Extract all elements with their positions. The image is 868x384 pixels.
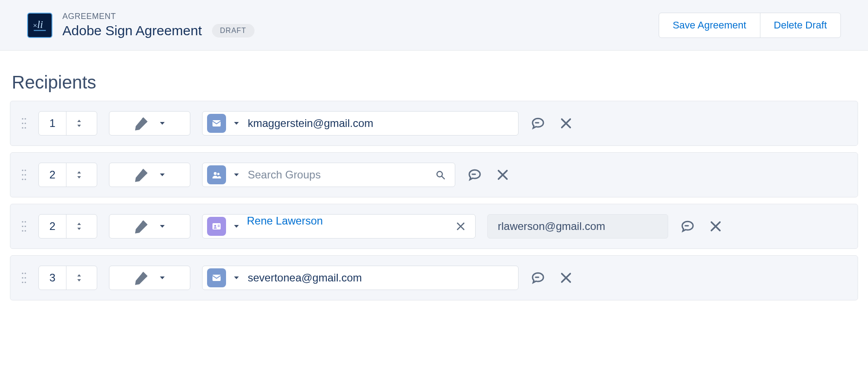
order-input[interactable] — [39, 163, 66, 187]
recipients-section-title: Recipients — [12, 72, 858, 93]
email-icon — [207, 114, 226, 133]
save-agreement-button[interactable]: Save Agreement — [659, 13, 760, 38]
recipient-row — [10, 255, 858, 300]
header-titles: AGREEMENT Adobe Sign Agreement DRAFT — [62, 12, 255, 38]
header-actions: Save Agreement Delete Draft — [659, 13, 841, 38]
order-stepper[interactable] — [38, 111, 97, 136]
row-actions — [530, 270, 574, 286]
recipient-type-caret-icon[interactable] — [232, 222, 241, 230]
contact-link[interactable]: Rene Lawerson — [247, 215, 448, 238]
header-title-row: Adobe Sign Agreement DRAFT — [62, 23, 255, 38]
recipient-combo — [202, 111, 519, 136]
status-badge: DRAFT — [212, 24, 255, 37]
recipient-row — [10, 101, 858, 146]
order-stepper[interactable] — [38, 214, 97, 239]
clear-contact-icon[interactable] — [454, 220, 467, 233]
recipient-row — [10, 152, 858, 197]
app-icon — [27, 13, 52, 38]
role-selector[interactable] — [109, 163, 190, 187]
message-icon[interactable] — [530, 270, 546, 286]
drag-handle-icon[interactable] — [21, 169, 27, 181]
message-icon[interactable] — [467, 167, 482, 183]
remove-recipient-icon[interactable] — [558, 116, 574, 131]
remove-recipient-icon[interactable] — [558, 270, 574, 286]
remove-recipient-icon[interactable] — [708, 219, 723, 234]
header-eyebrow: AGREEMENT — [62, 12, 255, 21]
caret-down-icon — [158, 222, 166, 230]
drag-handle-icon[interactable] — [21, 220, 27, 233]
stepper-icon[interactable] — [66, 112, 91, 135]
page-header-left: AGREEMENT Adobe Sign Agreement DRAFT — [27, 12, 255, 38]
email-icon — [207, 268, 226, 287]
remove-recipient-icon[interactable] — [495, 167, 510, 183]
role-selector[interactable] — [109, 266, 190, 290]
recipient-email-input[interactable] — [247, 112, 510, 135]
signer-pen-icon — [133, 166, 150, 183]
order-stepper[interactable] — [38, 163, 97, 187]
search-icon[interactable] — [434, 169, 447, 181]
caret-down-icon — [158, 171, 166, 179]
stepper-icon[interactable] — [66, 215, 91, 238]
signer-pen-icon — [133, 218, 150, 235]
role-selector[interactable] — [109, 111, 190, 136]
message-icon[interactable] — [680, 219, 695, 234]
order-input[interactable] — [39, 266, 66, 290]
recipient-type-caret-icon[interactable] — [232, 274, 241, 282]
drag-handle-icon[interactable] — [21, 272, 27, 284]
row-actions — [467, 167, 510, 183]
recipient-combo: Rene Lawerson — [202, 214, 476, 239]
caret-down-icon — [158, 274, 166, 282]
recipient-row: Rene Lawerson rlawerson@gmail.com — [10, 204, 858, 249]
caret-down-icon — [158, 119, 166, 127]
stepper-icon[interactable] — [66, 163, 91, 187]
page-header: AGREEMENT Adobe Sign Agreement DRAFT Sav… — [0, 0, 868, 51]
signer-pen-icon — [133, 269, 150, 286]
signer-pen-icon — [133, 115, 150, 132]
row-actions — [530, 116, 574, 131]
recipient-email-input[interactable] — [247, 266, 510, 290]
resolved-email-value: rlawerson@gmail.com — [498, 220, 605, 233]
row-actions — [680, 219, 723, 234]
order-input[interactable] — [39, 215, 66, 238]
recipient-combo — [202, 266, 519, 290]
drag-handle-icon[interactable] — [21, 117, 27, 130]
recipient-type-caret-icon[interactable] — [232, 171, 241, 179]
body: Recipients — [0, 51, 868, 300]
order-input[interactable] — [39, 112, 66, 135]
group-icon — [207, 165, 226, 184]
contact-icon — [207, 217, 226, 236]
delete-draft-button[interactable]: Delete Draft — [760, 13, 841, 38]
role-selector[interactable] — [109, 214, 190, 239]
page-title: Adobe Sign Agreement — [62, 23, 202, 38]
order-stepper[interactable] — [38, 266, 97, 290]
recipient-combo — [202, 163, 455, 187]
resolved-email-field: rlawerson@gmail.com — [487, 214, 668, 239]
group-search-input[interactable] — [247, 163, 428, 187]
recipient-type-caret-icon[interactable] — [232, 119, 241, 127]
stepper-icon[interactable] — [66, 266, 91, 290]
message-icon[interactable] — [530, 116, 546, 131]
